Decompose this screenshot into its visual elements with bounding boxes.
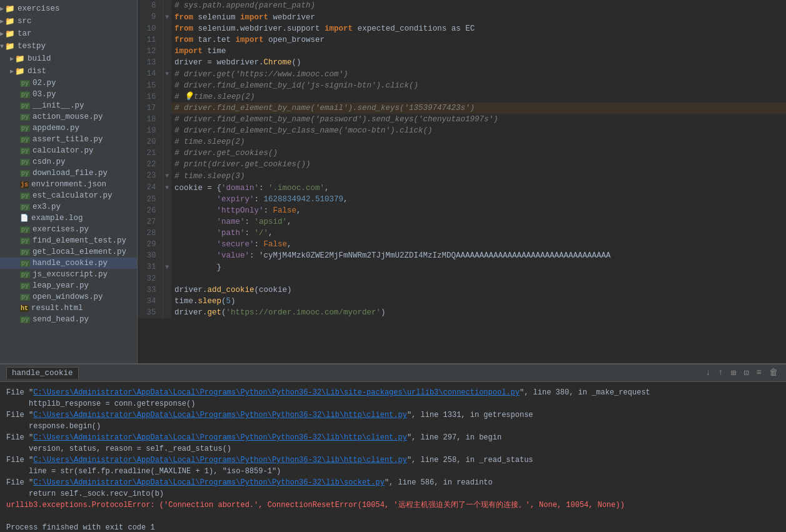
tree-item-label: __init__.py <box>33 101 84 110</box>
line-fold[interactable] <box>163 239 171 250</box>
line-number: 28 <box>138 228 163 239</box>
tree-item-tar[interactable]: ▶📁tar <box>0 28 137 40</box>
tree-item-environment[interactable]: jsenvironment.json <box>0 179 137 190</box>
code-line-20: 20 # time.sleep(2) <box>138 136 786 148</box>
file-link[interactable]: C:\Users\Administrator\AppData\Local\Pro… <box>33 478 385 487</box>
file-link[interactable]: C:\Users\Administrator\AppData\Local\Pro… <box>33 456 407 464</box>
tree-item-exercises_py[interactable]: pyexercises.py <box>0 224 137 235</box>
tree-item-action_mouse[interactable]: pyaction_mouse.py <box>0 111 137 123</box>
tree-item-leap_year[interactable]: pyleap_year.py <box>0 280 137 291</box>
tree-item-handle_cookie[interactable]: pyhandle_cookie.py <box>0 258 137 269</box>
line-fold[interactable]: ▼ <box>163 11 171 23</box>
tree-item-testpy[interactable]: ▼📁testpy <box>0 40 137 53</box>
tree-item-label: 02.py <box>33 79 56 88</box>
line-content: # driver.get_cookies() <box>171 148 786 159</box>
line-fold[interactable] <box>163 125 171 136</box>
file-link[interactable]: C:\Users\Administrator\AppData\Local\Pro… <box>33 411 407 419</box>
tree-item-ex3[interactable]: pyex3.py <box>0 201 137 213</box>
line-fold[interactable] <box>163 307 171 318</box>
terminal-scroll-up[interactable]: ↑ <box>716 368 725 378</box>
tree-item-est_calculator[interactable]: pyest_calculator.py <box>0 190 137 201</box>
line-number: 12 <box>138 46 163 57</box>
file-link[interactable]: C:\Users\Administrator\AppData\Local\Pro… <box>33 388 520 397</box>
tree-item-exercises[interactable]: ▶📁exercises <box>0 3 137 15</box>
line-fold[interactable] <box>163 148 171 159</box>
line-fold[interactable] <box>163 216 171 228</box>
line-fold[interactable] <box>163 136 171 148</box>
line-fold[interactable] <box>163 205 171 216</box>
tree-item-label: dist <box>28 67 46 76</box>
line-fold[interactable] <box>163 57 171 68</box>
line-number: 20 <box>138 136 163 148</box>
terminal-layout-icon[interactable]: ⊞ <box>729 368 738 378</box>
tree-item-get_local_element[interactable]: pyget_local_element.py <box>0 246 137 258</box>
terminal-tab[interactable]: handle_cookie <box>6 367 79 379</box>
line-fold[interactable]: ▼ <box>163 261 171 273</box>
line-fold[interactable] <box>163 0 171 11</box>
tree-item-csdn[interactable]: pycsdn.py <box>0 156 137 168</box>
tree-item-download_file[interactable]: pydownload_file.py <box>0 168 137 179</box>
tree-item-calculator[interactable]: pycalculator.py <box>0 145 137 156</box>
tree-item-dist[interactable]: ▶📁dist <box>0 65 137 78</box>
line-fold[interactable] <box>163 46 171 57</box>
line-fold[interactable] <box>163 103 171 114</box>
terminal-body[interactable]: File "C:\Users\Administrator\AppData\Loc… <box>0 382 786 532</box>
line-fold[interactable] <box>163 23 171 34</box>
line-fold[interactable] <box>163 296 171 307</box>
line-fold[interactable] <box>163 284 171 296</box>
file-tree[interactable]: ▶📁exercises▶📁src▶📁tar▼📁testpy▶📁build▶📁di… <box>0 0 138 363</box>
line-content: # time.sleep(2) <box>171 136 786 148</box>
tree-item-02py[interactable]: py02.py <box>0 78 137 89</box>
code-table: 8 # sys.path.append(parent_path) 9 ▼ fro… <box>138 0 786 318</box>
tree-item-label: appdemo.py <box>33 124 79 133</box>
line-fold[interactable] <box>163 91 171 103</box>
tree-item-label: build <box>28 54 51 63</box>
line-fold[interactable]: ▼ <box>163 68 171 80</box>
tree-item-example_log[interactable]: 📄example.log <box>0 213 137 224</box>
tree-item-appdemo[interactable]: pyappdemo.py <box>0 123 137 134</box>
line-number: 33 <box>138 284 163 296</box>
line-number: 26 <box>138 205 163 216</box>
code-line-13: 13 driver = webdriver.Chrome() <box>138 57 786 68</box>
tree-item-result_html[interactable]: htresult.html <box>0 303 137 314</box>
file-link[interactable]: C:\Users\Administrator\AppData\Local\Pro… <box>33 433 407 442</box>
editor-content[interactable]: 8 # sys.path.append(parent_path) 9 ▼ fro… <box>138 0 786 363</box>
line-content: } <box>171 261 786 273</box>
code-line-24: 24 ▼ cookie = {'domain': '.imooc.com', <box>138 182 786 194</box>
tree-item-assert_title[interactable]: pyassert_title.py <box>0 134 137 145</box>
terminal-scroll-down[interactable]: ↓ <box>703 368 712 378</box>
terminal-filter-icon[interactable]: ≡ <box>755 368 763 378</box>
tree-item-send_head[interactable]: pysend_head.py <box>0 314 137 325</box>
tree-item-src[interactable]: ▶📁src <box>0 15 137 28</box>
line-fold[interactable]: ▼ <box>163 170 171 182</box>
line-content: 'name': 'apsid', <box>171 216 786 228</box>
line-content <box>171 273 786 284</box>
line-fold[interactable] <box>163 34 171 46</box>
line-number: 11 <box>138 34 163 46</box>
tree-item-03py[interactable]: py03.py <box>0 89 137 100</box>
line-fold[interactable] <box>163 80 171 91</box>
tree-item-open_windows[interactable]: pyopen_windows.py <box>0 291 137 303</box>
tree-item-build[interactable]: ▶📁build <box>0 53 137 65</box>
line-fold[interactable] <box>163 194 171 205</box>
line-fold[interactable] <box>163 159 171 170</box>
tree-item-init_py[interactable]: py__init__.py <box>0 100 137 111</box>
code-line-10: 10 from selenium.webdriver.support impor… <box>138 23 786 34</box>
tree-item-label: exercises <box>18 4 60 13</box>
line-fold[interactable] <box>163 273 171 284</box>
tree-item-label: result.html <box>31 304 83 313</box>
terminal-line-5: version, status, reason = self._read_sta… <box>6 443 780 454</box>
line-fold[interactable] <box>163 250 171 261</box>
line-fold[interactable]: ▼ <box>163 182 171 194</box>
terminal-wrap-icon[interactable]: ⊡ <box>742 368 750 378</box>
tree-item-find_element_test[interactable]: pyfind_element_test.py <box>0 235 137 246</box>
terminal-header: handle_cookie ↓ ↑ ⊞ ⊡ ≡ 🗑 <box>0 364 786 382</box>
terminal-clear-icon[interactable]: 🗑 <box>767 368 780 378</box>
line-number: 35 <box>138 307 163 318</box>
line-fold[interactable] <box>163 228 171 239</box>
line-fold[interactable] <box>163 114 171 125</box>
line-content: cookie = {'domain': '.imooc.com', <box>171 182 786 194</box>
code-line-23: 23 ▼ # time.sleep(3) <box>138 170 786 182</box>
line-number: 30 <box>138 250 163 261</box>
tree-item-js_excuscript[interactable]: pyjs_excuscript.py <box>0 269 137 280</box>
